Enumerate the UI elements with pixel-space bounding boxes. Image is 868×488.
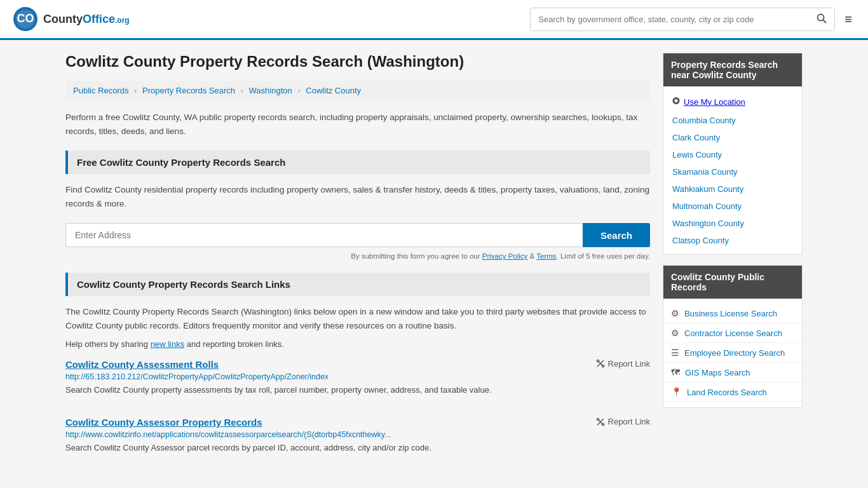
sidebar-public-item-business-license[interactable]: ⚙ Business License Search [663, 304, 802, 323]
svg-text:CO: CO [17, 12, 34, 25]
contractor-license-icon: ⚙ [671, 328, 679, 338]
links-section-header: Cowlitz County Property Records Search L… [65, 273, 650, 296]
search-icon [817, 13, 827, 24]
global-search-button[interactable] [809, 8, 834, 30]
record-title-assessment-rolls[interactable]: Cowlitz County Assessment Rolls [65, 359, 219, 370]
sidebar-public-records-section: Cowlitz County Public Records ⚙ Business… [663, 265, 803, 408]
gis-maps-link[interactable]: GIS Maps Search [685, 368, 750, 377]
global-search-input[interactable] [531, 8, 809, 30]
terms-link[interactable]: Terms [536, 252, 556, 260]
svg-point-3 [818, 14, 824, 20]
hamburger-menu-button[interactable]: ≡ [841, 9, 855, 30]
record-desc-1: Search Cowlitz County property assessmen… [65, 384, 650, 396]
svg-line-4 [824, 20, 827, 23]
sidebar-public-records-header: Cowlitz County Public Records [663, 266, 802, 299]
address-input[interactable] [65, 223, 583, 247]
sidebar-item-clark[interactable]: Clark County [663, 129, 802, 146]
record-item-header: Cowlitz County Assessment Rolls Report L… [65, 359, 650, 370]
record-item-assessment-rolls: Cowlitz County Assessment Rolls Report L… [65, 359, 650, 407]
breadcrumb: Public Records › Property Records Search… [65, 81, 650, 100]
search-form: Search By submitting this form you agree… [65, 223, 650, 260]
share-note: Help others by sharing new links and rep… [65, 339, 650, 349]
address-search-button[interactable]: Search [583, 223, 650, 247]
logo-icon: CO [13, 6, 38, 32]
content-area: Cowlitz County Property Records Search (… [65, 53, 650, 475]
links-description: The Cowlitz County Property Records Sear… [65, 305, 650, 332]
free-search-header: Free Cowlitz County Property Records Sea… [65, 151, 650, 174]
use-my-location-item[interactable]: Use My Location [663, 92, 802, 112]
sidebar-item-multnomah[interactable]: Multnomah County [663, 198, 802, 215]
business-license-icon: ⚙ [671, 308, 679, 318]
record-url-1[interactable]: http://65.183.210.212/CowlitzPropertyApp… [65, 372, 650, 381]
page-description: Perform a free Cowlitz County, WA public… [65, 111, 650, 138]
contractor-license-link[interactable]: Contractor License Search [684, 329, 782, 338]
logo-area: CO CountyOffice.org [13, 6, 130, 32]
record-item-header-2: Cowlitz County Assessor Property Records… [65, 417, 650, 428]
location-pin-icon [672, 97, 680, 107]
employee-directory-link[interactable]: Employee Directory Search [684, 348, 785, 358]
sidebar-item-lewis[interactable]: Lewis County [663, 146, 802, 163]
sidebar-item-wahkiakum[interactable]: Wahkiakum County [663, 180, 802, 198]
gis-maps-icon: 🗺 [671, 367, 680, 377]
record-title-assessor[interactable]: Cowlitz County Assessor Property Records [65, 417, 262, 428]
scissors-icon-2 [596, 417, 605, 426]
sidebar-public-item-contractor-license[interactable]: ⚙ Contractor License Search [663, 323, 802, 343]
record-desc-2: Search Cowlitz County Assessor parcel re… [65, 442, 650, 454]
record-item-assessor: Cowlitz County Assessor Property Records… [65, 417, 650, 465]
header-right: ≡ [530, 8, 855, 31]
logo-text: CountyOffice.org [43, 13, 130, 26]
sidebar-nearby-items: Use My Location Columbia County Clark Co… [663, 86, 802, 254]
main-container: Cowlitz County Property Records Search (… [53, 40, 815, 488]
page-header: CO CountyOffice.org ≡ [0, 0, 868, 40]
address-search-row: Search [65, 223, 650, 247]
new-links-link[interactable]: new links [151, 339, 184, 349]
form-note: By submitting this form you agree to our… [65, 252, 650, 260]
report-link-button-2[interactable]: Report Link [596, 417, 650, 426]
sidebar-public-item-gis-maps[interactable]: 🗺 GIS Maps Search [663, 363, 802, 383]
business-license-link[interactable]: Business License Search [684, 309, 777, 318]
svg-point-14 [675, 99, 678, 102]
sidebar-item-clatsop[interactable]: Clatsop County [663, 232, 802, 249]
breadcrumb-property-records[interactable]: Property Records Search [142, 86, 235, 95]
links-section: Cowlitz County Property Records Search L… [65, 273, 650, 464]
page-title: Cowlitz County Property Records Search (… [65, 53, 650, 71]
breadcrumb-public-records[interactable]: Public Records [73, 86, 128, 95]
sidebar-item-columbia[interactable]: Columbia County [663, 112, 802, 129]
sidebar-item-washington[interactable]: Washington County [663, 215, 802, 232]
record-url-2[interactable]: http://www.cowlitzinfo.net/applications/… [65, 430, 650, 439]
sidebar-item-skamania[interactable]: Skamania County [663, 163, 802, 180]
use-my-location-link[interactable]: Use My Location [684, 97, 745, 107]
breadcrumb-washington[interactable]: Washington [249, 86, 292, 95]
report-link-button-1[interactable]: Report Link [596, 359, 650, 369]
sidebar: Property Records Search near Cowlitz Cou… [663, 53, 803, 475]
sidebar-nearby-header: Property Records Search near Cowlitz Cou… [663, 53, 802, 86]
scissors-icon [596, 359, 605, 368]
land-records-icon: 📍 [671, 387, 682, 397]
land-records-link[interactable]: Land Records Search [687, 388, 767, 397]
privacy-policy-link[interactable]: Privacy Policy [482, 252, 528, 260]
sidebar-public-items: ⚙ Business License Search ⚙ Contractor L… [663, 299, 802, 407]
global-search-bar [530, 8, 835, 31]
sidebar-nearby-section: Property Records Search near Cowlitz Cou… [663, 53, 803, 255]
sidebar-public-item-land-records[interactable]: 📍 Land Records Search [663, 383, 802, 402]
employee-directory-icon: ☰ [671, 348, 679, 358]
sidebar-public-item-employee-directory[interactable]: ☰ Employee Directory Search [663, 343, 802, 363]
free-search-description: Find Cowlitz County residential property… [65, 183, 650, 210]
breadcrumb-cowlitz[interactable]: Cowlitz County [306, 86, 361, 95]
